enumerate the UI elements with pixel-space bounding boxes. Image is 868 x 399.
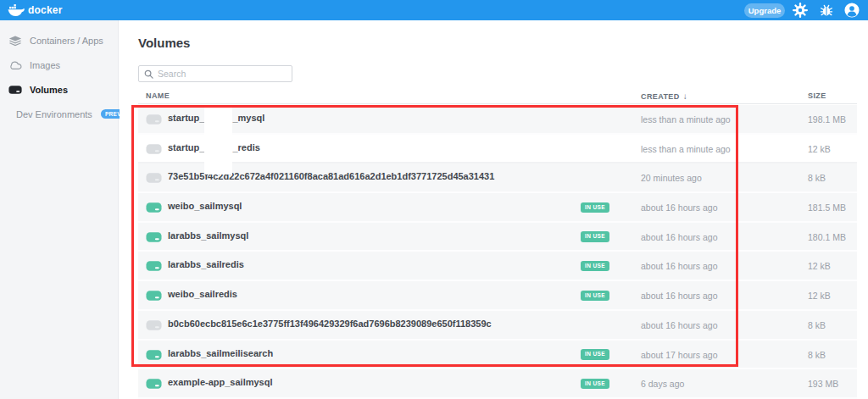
in-use-badge: IN USE bbox=[581, 261, 609, 272]
created-cell: about 16 hours ago bbox=[641, 320, 718, 330]
table-row[interactable]: example-app_sailmysql IN USE 6 days ago … bbox=[138, 369, 857, 399]
upgrade-button[interactable]: Upgrade bbox=[744, 3, 785, 18]
docker-whale-icon bbox=[8, 3, 25, 17]
in-use-badge: IN USE bbox=[581, 231, 609, 242]
volume-icon bbox=[146, 319, 162, 331]
size-cell: 181.5 MB bbox=[808, 202, 846, 213]
sidebar-item-label: Containers / Apps bbox=[30, 36, 103, 46]
volume-name-prefix: weibo_sailmysql bbox=[168, 201, 242, 211]
created-cell: about 17 hours ago bbox=[641, 350, 718, 360]
search-box bbox=[138, 65, 292, 82]
column-header-name: NAME bbox=[146, 91, 170, 100]
size-cell: 12 kB bbox=[808, 144, 831, 154]
created-cell: less than a minute ago bbox=[641, 144, 731, 154]
size-cell: 8 kB bbox=[808, 320, 826, 330]
size-cell: 8 kB bbox=[808, 350, 826, 360]
created-cell: about 16 hours ago bbox=[641, 291, 718, 301]
table-row[interactable]: larabbs_sailmeilisearch IN USE about 17 … bbox=[138, 341, 857, 370]
sidebar: Containers / Apps Images Volumes Dev Env… bbox=[0, 20, 119, 399]
volume-name: larabbs_sailredis bbox=[168, 259, 244, 269]
sidebar-item-label: Images bbox=[30, 60, 60, 70]
size-cell: 198.1 MB bbox=[808, 114, 846, 125]
search-input[interactable] bbox=[158, 69, 287, 79]
created-cell: about 16 hours ago bbox=[641, 261, 718, 271]
table-row[interactable]: b0cb60ecbc815e6c1e3775ff13f496429329f6ad… bbox=[138, 311, 857, 341]
volume-name-prefix: larabbs_sailmeilisearch bbox=[168, 348, 273, 358]
created-cell: about 16 hours ago bbox=[641, 232, 718, 242]
table-row[interactable]: larabbs_sailmysql IN USE about 16 hours … bbox=[138, 223, 857, 252]
table-header: NAME CREATED↓ SIZE bbox=[138, 87, 857, 104]
account-icon[interactable] bbox=[844, 3, 860, 18]
column-header-created[interactable]: CREATED↓ bbox=[641, 91, 687, 101]
created-cell: about 16 hours ago bbox=[641, 202, 718, 213]
top-bar: docker Upgrade bbox=[0, 0, 868, 20]
size-cell: 12 kB bbox=[808, 291, 831, 301]
volume-icon bbox=[146, 349, 162, 361]
volume-name-prefix: weibo_sailredis bbox=[168, 289, 237, 299]
containers-icon bbox=[8, 35, 22, 47]
search-icon bbox=[144, 69, 153, 79]
table-row[interactable]: 73e51b5f4c2d22c672a4f021160f8aca81ad616a… bbox=[138, 163, 857, 193]
sidebar-item-containers-apps[interactable]: Containers / Apps bbox=[0, 28, 118, 53]
table-row[interactable]: weibo_sailredis IN USE about 16 hours ag… bbox=[138, 281, 857, 311]
volume-icon bbox=[146, 114, 162, 125]
created-cell: less than a minute ago bbox=[641, 114, 731, 125]
page-title: Volumes bbox=[138, 36, 190, 50]
volume-name-prefix: example-app_sailmysql bbox=[168, 377, 273, 387]
size-cell: 193 MB bbox=[808, 379, 838, 389]
sidebar-item-images[interactable]: Images bbox=[0, 53, 118, 77]
redaction-box bbox=[204, 137, 232, 175]
in-use-badge: IN USE bbox=[581, 202, 609, 213]
volume-name: larabbs_sailmeilisearch bbox=[168, 348, 273, 358]
volume-icon bbox=[146, 260, 162, 272]
volume-name: larabbs_sailmysql bbox=[168, 230, 248, 241]
size-cell: 180.1 MB bbox=[808, 232, 846, 242]
bug-report-icon[interactable] bbox=[819, 3, 834, 18]
table-row[interactable]: weibo_sailmysql IN USE about 16 hours ag… bbox=[138, 193, 857, 223]
docker-logo-text: docker bbox=[28, 4, 63, 16]
in-use-badge: IN USE bbox=[581, 291, 609, 302]
sidebar-item-dev-environments[interactable]: Dev Environments PREVIEW bbox=[0, 102, 118, 126]
created-cell: 20 minutes ago bbox=[641, 173, 702, 183]
sidebar-item-label: Volumes bbox=[30, 85, 68, 95]
created-cell: 6 days ago bbox=[641, 379, 684, 389]
table-row[interactable]: larabbs_sailredis IN USE about 16 hours … bbox=[138, 252, 857, 281]
volume-icon bbox=[146, 143, 162, 155]
volume-icon bbox=[146, 172, 162, 184]
size-cell: 12 kB bbox=[808, 261, 831, 271]
in-use-badge: IN USE bbox=[581, 349, 609, 360]
volume-name-prefix: larabbs_sailredis bbox=[168, 259, 244, 269]
volume-name-prefix: larabbs_sailmysql bbox=[168, 230, 248, 241]
volume-icon bbox=[146, 378, 162, 390]
volume-icon bbox=[146, 231, 162, 243]
volume-name: b0cb60ecbc815e6c1e3775ff13f496429329f6ad… bbox=[168, 319, 492, 329]
volumes-icon bbox=[8, 85, 22, 95]
volume-name: example-app_sailmysql bbox=[168, 377, 273, 387]
size-cell: 8 kB bbox=[808, 173, 826, 183]
volume-name: weibo_sailmysql bbox=[168, 201, 242, 211]
volumes-table: startup__mysql less than a minute ago 19… bbox=[138, 105, 857, 399]
sidebar-item-label: Dev Environments bbox=[16, 109, 92, 119]
docker-logo: docker bbox=[8, 3, 63, 17]
column-header-size: SIZE bbox=[808, 91, 826, 100]
in-use-badge: IN USE bbox=[581, 379, 609, 390]
volume-icon bbox=[146, 202, 162, 213]
volume-name: weibo_sailredis bbox=[168, 289, 237, 299]
volume-name-prefix: b0cb60ecbc815e6c1e3775ff13f496429329f6ad… bbox=[168, 319, 492, 329]
table-row[interactable]: startup__redis less than a minute ago 12… bbox=[138, 135, 857, 164]
sidebar-item-volumes[interactable]: Volumes bbox=[0, 77, 118, 102]
volume-icon bbox=[146, 290, 162, 302]
sort-desc-icon: ↓ bbox=[683, 91, 687, 101]
images-icon bbox=[8, 59, 22, 70]
settings-icon[interactable] bbox=[793, 3, 808, 18]
table-row[interactable]: startup__mysql less than a minute ago 19… bbox=[138, 105, 857, 135]
